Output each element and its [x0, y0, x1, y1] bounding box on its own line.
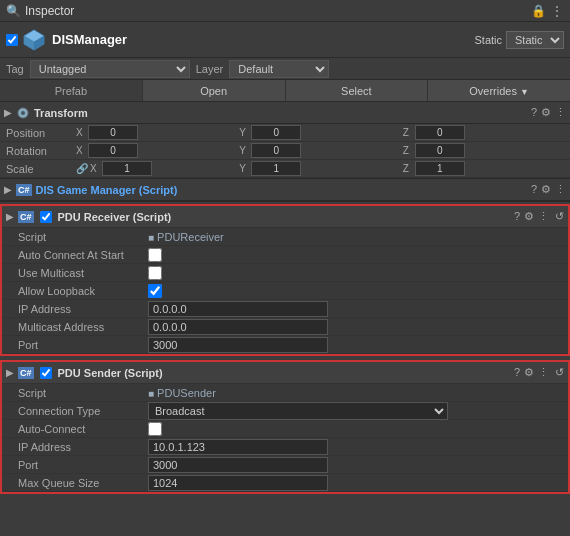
- pdu-receiver-arrow[interactable]: ▶: [6, 211, 14, 222]
- rotation-xyz: X Y Z: [76, 143, 564, 158]
- pdu-receiver-multicast-checkbox[interactable]: [148, 266, 162, 280]
- position-z-item: Z: [403, 125, 564, 140]
- transform-menu-icon[interactable]: ⋮: [555, 106, 566, 119]
- pdu-sender-port-label: Port: [18, 459, 148, 471]
- lock-icon[interactable]: 🔒: [531, 4, 546, 18]
- pdu-sender-title: PDU Sender (Script): [58, 367, 510, 379]
- scale-row: Scale 🔗 X Y Z: [0, 160, 570, 178]
- scale-xyz: 🔗 X Y Z: [76, 161, 564, 176]
- inspector-title: Inspector: [25, 4, 74, 18]
- pdu-receiver-ip-input[interactable]: [148, 301, 328, 317]
- pdu-sender-menu-icon[interactable]: ⋮: [538, 366, 549, 379]
- pdu-sender-settings-icon[interactable]: ⚙: [524, 366, 534, 379]
- inspector-header: 🔍 Inspector 🔒 ⋮: [0, 0, 570, 22]
- overrides-button[interactable]: Overrides ▼: [428, 80, 570, 101]
- pdu-sender-port-input[interactable]: [148, 457, 328, 473]
- position-y-item: Y: [239, 125, 400, 140]
- pdu-sender-script-label: Script: [18, 387, 148, 399]
- rotation-x-input[interactable]: [88, 143, 138, 158]
- transform-settings-icon[interactable]: ⚙: [541, 106, 551, 119]
- layer-select[interactable]: Default: [229, 60, 329, 78]
- tag-select[interactable]: Untagged: [30, 60, 190, 78]
- pdu-receiver-loopback-checkbox[interactable]: [148, 284, 162, 298]
- pdu-receiver-checkbox[interactable]: [40, 211, 52, 223]
- pdu-sender-connection-type-row: Connection Type Broadcast Unicast Multic…: [2, 402, 568, 420]
- pdu-sender-max-queue-input[interactable]: [148, 475, 328, 491]
- dis-settings-icon[interactable]: ⚙: [541, 183, 551, 196]
- scale-z-input[interactable]: [415, 161, 465, 176]
- scale-y-input[interactable]: [251, 161, 301, 176]
- pdu-receiver-port-row: Port: [2, 336, 568, 354]
- inspector-icon: 🔍: [6, 4, 21, 18]
- pdu-sender-auto-connect-label: Auto-Connect: [18, 423, 148, 435]
- pdu-receiver-right-icons: ? ⚙ ⋮: [514, 210, 549, 223]
- pdu-receiver-settings-icon[interactable]: ⚙: [524, 210, 534, 223]
- scale-label: Scale: [6, 163, 76, 175]
- pdu-receiver-auto-connect-row: Auto Connect At Start: [2, 246, 568, 264]
- pdu-receiver-script-label: Script: [18, 231, 148, 243]
- position-y-input[interactable]: [251, 125, 301, 140]
- pdu-sender-auto-connect-checkbox[interactable]: [148, 422, 162, 436]
- pdu-receiver-help-icon[interactable]: ?: [514, 210, 520, 223]
- tag-label: Tag: [6, 63, 24, 75]
- pdu-sender-script-row: Script ■ PDUSender: [2, 384, 568, 402]
- tag-layer-row: Tag Untagged Layer Default: [0, 58, 570, 80]
- pdu-sender-ip-input[interactable]: [148, 439, 328, 455]
- pdu-receiver-menu-icon[interactable]: ⋮: [538, 210, 549, 223]
- layer-label: Layer: [196, 63, 224, 75]
- pdu-sender-connection-type-select[interactable]: Broadcast Unicast Multicast: [148, 402, 448, 420]
- dis-menu-icon[interactable]: ⋮: [555, 183, 566, 196]
- pdu-receiver-auto-connect-checkbox[interactable]: [148, 248, 162, 262]
- scale-y-item: Y: [239, 161, 400, 176]
- static-dropdown[interactable]: Static: [506, 31, 564, 49]
- open-button[interactable]: Open: [143, 80, 286, 101]
- transform-header: ▶ Transform ? ⚙ ⋮: [0, 102, 570, 124]
- object-name: DISManager: [52, 32, 474, 47]
- position-xyz: X Y Z: [76, 125, 564, 140]
- pdu-receiver-port-label: Port: [18, 339, 148, 351]
- pdu-receiver-multicast-addr-input[interactable]: [148, 319, 328, 335]
- pdu-sender-script-ref: ■ PDUSender: [148, 387, 216, 399]
- position-x-input[interactable]: [88, 125, 138, 140]
- transform-icon: [16, 106, 30, 120]
- pdu-sender-help-icon[interactable]: ?: [514, 366, 520, 379]
- dis-help-icon[interactable]: ?: [531, 183, 537, 196]
- pdu-receiver-header: ▶ C# PDU Receiver (Script) ? ⚙ ⋮ ↺: [2, 206, 568, 228]
- pdu-sender-arrow[interactable]: ▶: [6, 367, 14, 378]
- rotation-label: Rotation: [6, 145, 76, 157]
- dis-right-icons: ? ⚙ ⋮: [531, 183, 566, 196]
- scale-link-icon: 🔗: [76, 163, 88, 174]
- header-left: 🔍 Inspector: [6, 4, 74, 18]
- dis-icon: C#: [16, 184, 32, 196]
- pdu-sender-header: ▶ C# PDU Sender (Script) ? ⚙ ⋮ ↺: [2, 362, 568, 384]
- pdu-sender-checkbox[interactable]: [40, 367, 52, 379]
- rotation-row: Rotation X Y Z: [0, 142, 570, 160]
- pdu-receiver-reset-icon[interactable]: ↺: [555, 210, 564, 223]
- position-z-input[interactable]: [415, 125, 465, 140]
- rotation-y-input[interactable]: [251, 143, 301, 158]
- pdu-receiver-ip-label: IP Address: [18, 303, 148, 315]
- static-label: Static: [474, 34, 502, 46]
- dis-arrow[interactable]: ▶: [4, 184, 12, 195]
- svg-point-5: [21, 111, 25, 115]
- rotation-x-item: X: [76, 143, 237, 158]
- pdu-sender-port-row: Port: [2, 456, 568, 474]
- pdu-sender-ip-label: IP Address: [18, 441, 148, 453]
- transform-right-icons: ? ⚙ ⋮: [531, 106, 566, 119]
- transform-help-icon[interactable]: ?: [531, 106, 537, 119]
- pdu-receiver-loopback-label: Allow Loopback: [18, 285, 148, 297]
- pdu-sender-connection-type-label: Connection Type: [18, 405, 148, 417]
- pdu-sender-max-queue-row: Max Queue Size: [2, 474, 568, 492]
- object-active-checkbox[interactable]: [6, 34, 18, 46]
- select-button[interactable]: Select: [286, 80, 429, 101]
- pdu-sender-ip-row: IP Address: [2, 438, 568, 456]
- pdu-receiver-multicast-addr-row: Multicast Address: [2, 318, 568, 336]
- transform-arrow[interactable]: ▶: [4, 107, 12, 118]
- object-row: DISManager Static Static: [0, 22, 570, 58]
- pdu-receiver-port-input[interactable]: [148, 337, 328, 353]
- dis-game-manager-section: ▶ C# DIS Game Manager (Script) ? ⚙ ⋮: [0, 179, 570, 202]
- pdu-sender-reset-icon[interactable]: ↺: [555, 366, 564, 379]
- menu-icon[interactable]: ⋮: [550, 3, 564, 19]
- rotation-z-input[interactable]: [415, 143, 465, 158]
- scale-x-input[interactable]: [102, 161, 152, 176]
